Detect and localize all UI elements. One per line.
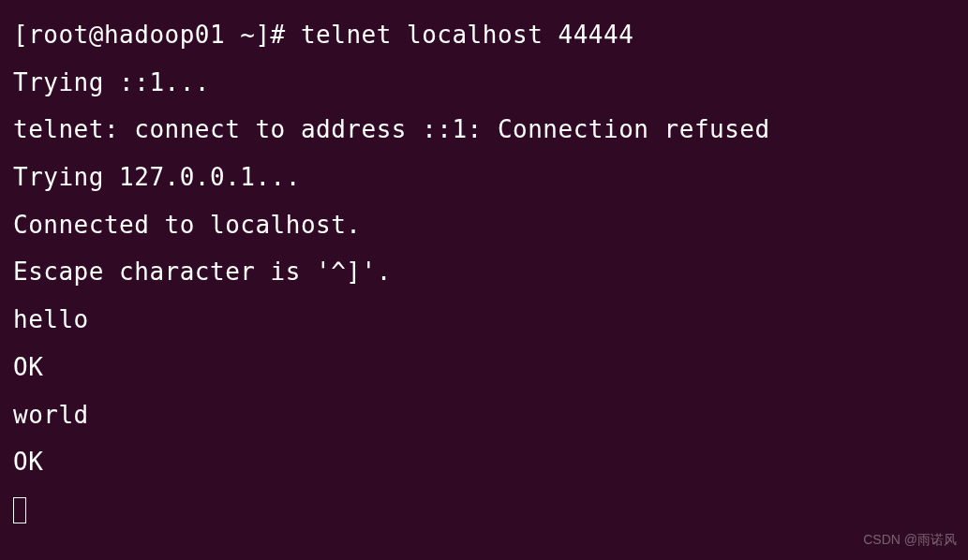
terminal-cursor[interactable] <box>13 497 26 523</box>
output-line: Trying ::1... <box>13 59 955 107</box>
output-line: telnet: connect to address ::1: Connecti… <box>13 106 955 154</box>
response-line: OK <box>13 438 955 486</box>
prompt-line: [root@hadoop01 ~]# telnet localhost 4444… <box>13 11 955 59</box>
input-line: hello <box>13 296 955 344</box>
input-line: world <box>13 391 955 439</box>
output-line: Trying 127.0.0.1... <box>13 154 955 201</box>
output-line: Connected to localhost. <box>13 201 955 249</box>
shell-prompt: [root@hadoop01 ~]# <box>13 21 301 49</box>
terminal-output[interactable]: [root@hadoop01 ~]# telnet localhost 4444… <box>13 11 955 534</box>
watermark-text: CSDN @雨诺风 <box>863 527 957 553</box>
response-line: OK <box>13 344 955 391</box>
command-text: telnet localhost 44444 <box>301 21 633 49</box>
output-line: Escape character is '^]'. <box>13 248 955 296</box>
